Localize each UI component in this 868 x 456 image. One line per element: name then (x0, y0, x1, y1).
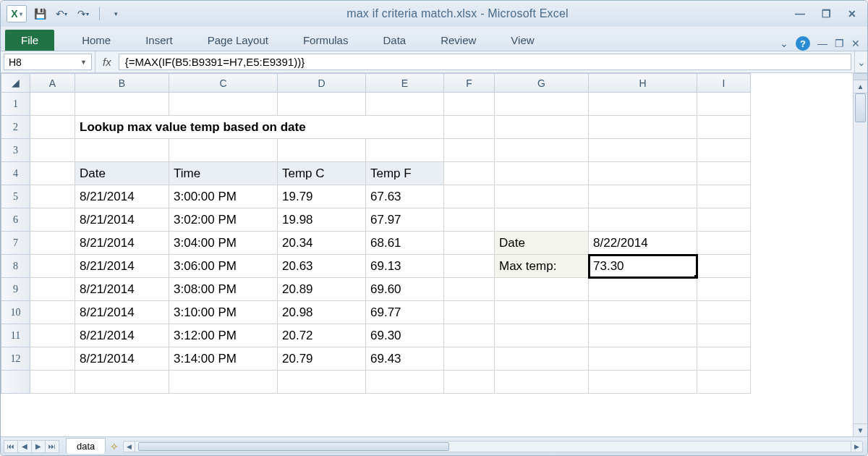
hscroll-thumb[interactable] (138, 442, 449, 451)
row-header[interactable]: 4 (1, 162, 30, 185)
cell[interactable]: 68.61 (366, 232, 444, 255)
cell[interactable]: 3:02:00 PM (169, 208, 278, 232)
cell[interactable]: 67.63 (366, 185, 444, 208)
tab-nav-first-icon[interactable]: ⏮ (4, 440, 18, 453)
redo-button[interactable]: ↷▾ (75, 5, 92, 22)
row-header[interactable]: 7 (1, 232, 30, 255)
lookup-max-label[interactable]: Max temp: (495, 255, 589, 278)
cell[interactable]: 20.63 (278, 255, 366, 278)
cell[interactable]: 8/21/2014 (75, 324, 169, 347)
name-box-chevron-icon[interactable]: ▼ (80, 59, 87, 66)
heading-cell[interactable]: Lookup max value temp based on date (75, 116, 444, 139)
vscroll-thumb[interactable] (855, 93, 866, 122)
col-header-e[interactable]: E (366, 74, 444, 93)
fx-label-icon[interactable]: fx (95, 51, 119, 72)
cell[interactable]: 69.30 (366, 324, 444, 347)
row-header[interactable]: 6 (1, 208, 30, 232)
cell[interactable]: 8/21/2014 (75, 208, 169, 232)
ribbon-min-chevron-icon[interactable]: ⌄ (780, 38, 788, 49)
new-sheet-icon[interactable]: ✧ (110, 441, 119, 452)
col-header-c[interactable]: C (169, 74, 278, 93)
col-header-h[interactable]: H (589, 74, 697, 93)
restore-button[interactable]: ❐ (817, 7, 835, 21)
table-header-tempf[interactable]: Temp F (366, 162, 444, 185)
cell[interactable]: 69.43 (366, 347, 444, 371)
cell[interactable]: 20.72 (278, 324, 366, 347)
cell[interactable]: 3:10:00 PM (169, 301, 278, 324)
vscroll-track[interactable] (854, 93, 867, 423)
cell[interactable]: 3:08:00 PM (169, 278, 278, 301)
name-box[interactable]: H8 ▼ (4, 54, 92, 70)
cell[interactable]: 20.98 (278, 301, 366, 324)
worksheet-grid[interactable]: ◢ A B C D E F G H I 1 2Lookup max value … (1, 73, 853, 436)
tab-nav-last-icon[interactable]: ⏭ (45, 440, 59, 453)
table-header-date[interactable]: Date (75, 162, 169, 185)
home-tab[interactable]: Home (64, 30, 128, 51)
row-header[interactable] (1, 371, 30, 394)
doc-restore-button[interactable]: ❐ (835, 38, 844, 49)
app-icon[interactable]: X▾ (7, 5, 27, 22)
row-header[interactable]: 1 (1, 93, 30, 116)
row-header[interactable]: 11 (1, 324, 30, 347)
cell[interactable]: 8/21/2014 (75, 278, 169, 301)
data-tab[interactable]: Data (365, 30, 423, 51)
col-header-b[interactable]: B (75, 74, 169, 93)
undo-button[interactable]: ↶▾ (53, 5, 70, 22)
cell[interactable]: 3:14:00 PM (169, 347, 278, 371)
lookup-date-value[interactable]: 8/22/2014 (589, 232, 697, 255)
save-button[interactable]: 💾 (31, 5, 48, 22)
select-all-corner[interactable]: ◢ (1, 74, 30, 93)
cell[interactable]: 20.89 (278, 278, 366, 301)
help-button[interactable]: ? (796, 36, 810, 51)
cell[interactable]: 20.34 (278, 232, 366, 255)
table-header-time[interactable]: Time (169, 162, 278, 185)
scroll-right-icon[interactable]: ▶ (851, 442, 862, 452)
cell[interactable]: 8/21/2014 (75, 347, 169, 371)
doc-minimize-button[interactable]: — (817, 38, 827, 49)
scroll-down-icon[interactable]: ▼ (854, 423, 867, 436)
qat-customize-chevron-icon[interactable]: ▾ (107, 5, 124, 22)
row-header[interactable]: 5 (1, 185, 30, 208)
cell[interactable]: 3:00:00 PM (169, 185, 278, 208)
minimize-button[interactable]: — (791, 7, 809, 21)
formula-expand-chevron-icon[interactable]: ⌄ (854, 51, 867, 72)
doc-close-button[interactable]: ✕ (851, 38, 860, 49)
formulas-tab[interactable]: Formulas (286, 30, 366, 51)
split-handle-top[interactable] (854, 73, 867, 80)
cell[interactable]: 8/21/2014 (75, 255, 169, 278)
lookup-date-label[interactable]: Date (495, 232, 589, 255)
cell[interactable]: 69.77 (366, 301, 444, 324)
row-header[interactable]: 2 (1, 116, 30, 139)
col-header-f[interactable]: F (444, 74, 495, 93)
sheet-tab-data[interactable]: data (66, 438, 106, 454)
insert-tab[interactable]: Insert (128, 30, 190, 51)
row-header[interactable]: 3 (1, 139, 30, 162)
cell[interactable]: 19.98 (278, 208, 366, 232)
review-tab[interactable]: Review (423, 30, 493, 51)
scroll-left-icon[interactable]: ◀ (124, 442, 135, 452)
cell[interactable]: 3:06:00 PM (169, 255, 278, 278)
cell[interactable]: 3:12:00 PM (169, 324, 278, 347)
cell[interactable]: 20.79 (278, 347, 366, 371)
close-button[interactable]: ✕ (843, 7, 861, 21)
col-header-a[interactable]: A (30, 74, 75, 93)
tab-nav-prev-icon[interactable]: ◀ (17, 440, 32, 453)
col-header-i[interactable]: I (697, 74, 751, 93)
col-header-g[interactable]: G (495, 74, 589, 93)
cell[interactable]: 8/21/2014 (75, 232, 169, 255)
scroll-up-icon[interactable]: ▲ (854, 80, 867, 93)
cell[interactable]: 67.97 (366, 208, 444, 232)
cell[interactable]: 8/21/2014 (75, 301, 169, 324)
row-header[interactable]: 12 (1, 347, 30, 371)
cell[interactable]: 19.79 (278, 185, 366, 208)
page-layout-tab[interactable]: Page Layout (190, 30, 286, 51)
cell[interactable]: 69.13 (366, 255, 444, 278)
active-cell[interactable]: 73.30 (589, 255, 697, 278)
cell[interactable]: 8/21/2014 (75, 185, 169, 208)
table-header-tempc[interactable]: Temp C (278, 162, 366, 185)
cell[interactable]: 3:04:00 PM (169, 232, 278, 255)
row-header[interactable]: 10 (1, 301, 30, 324)
file-tab[interactable]: File (5, 30, 54, 51)
row-header[interactable]: 9 (1, 278, 30, 301)
formula-input[interactable]: {=MAX(IF(B5:B9391=H7,E5:E9391))} (119, 54, 851, 70)
